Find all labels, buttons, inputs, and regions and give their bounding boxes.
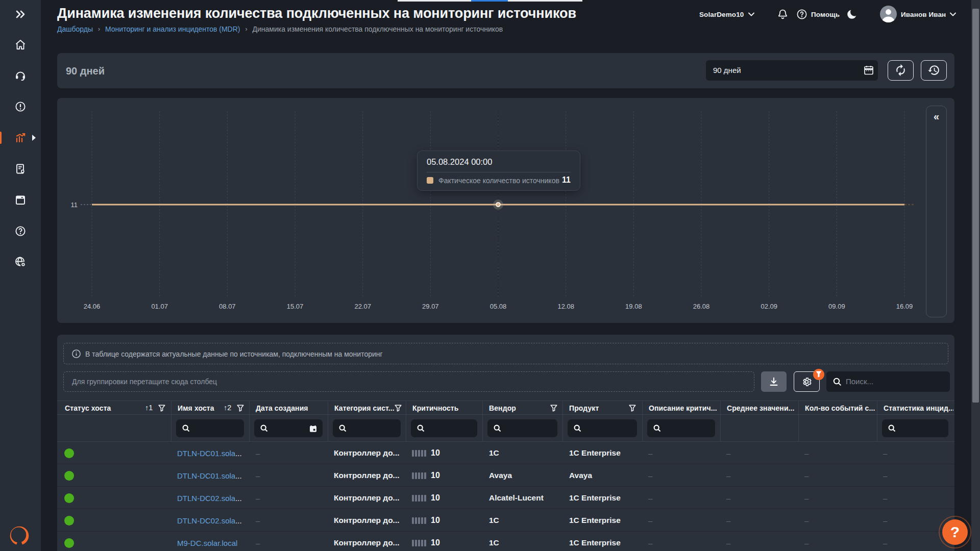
- svg-text:08.07: 08.07: [219, 303, 236, 310]
- svg-text:26.08: 26.08: [693, 303, 710, 310]
- svg-text:02.09: 02.09: [761, 303, 777, 310]
- svg-text:12.08: 12.08: [557, 303, 574, 310]
- svg-text:11: 11: [71, 201, 78, 209]
- svg-text:09.09: 09.09: [828, 303, 845, 310]
- svg-text:05.08: 05.08: [490, 303, 507, 310]
- svg-text:29.07: 29.07: [422, 303, 439, 310]
- svg-text:24.06: 24.06: [84, 303, 101, 310]
- svg-text:01.07: 01.07: [151, 303, 168, 310]
- svg-text:19.08: 19.08: [625, 303, 642, 310]
- svg-text:22.07: 22.07: [354, 303, 371, 310]
- svg-text:16.09: 16.09: [896, 303, 913, 310]
- svg-text:15.07: 15.07: [287, 303, 304, 310]
